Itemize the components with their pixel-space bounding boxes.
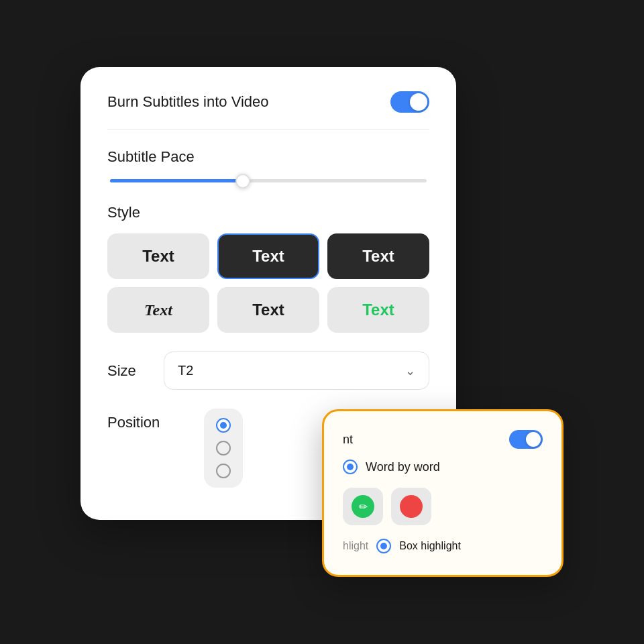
size-label: Size <box>107 362 148 380</box>
style-label: Style <box>107 204 429 221</box>
style-button-green[interactable]: Text <box>327 287 429 333</box>
overlay-label: nt <box>343 433 353 447</box>
size-value: T2 <box>178 363 193 378</box>
slider-track[interactable] <box>110 179 427 182</box>
style-dark-selected-text: Text <box>252 247 284 266</box>
size-dropdown[interactable]: T2 ⌄ <box>164 352 429 390</box>
color-button-green[interactable]: ✏ <box>343 488 383 525</box>
word-by-word-row: Word by word <box>343 460 543 474</box>
style-button-dark-selected[interactable]: Text <box>217 233 319 279</box>
word-by-word-radio[interactable] <box>343 460 358 474</box>
position-buttons <box>204 409 243 488</box>
position-middle[interactable] <box>216 441 231 455</box>
style-medium-text: Text <box>252 301 284 319</box>
toggle-knob <box>410 93 427 111</box>
style-dark-text: Text <box>362 247 394 266</box>
overlay-toggle-knob <box>526 432 541 447</box>
burn-subtitles-label: Burn Subtitles into Video <box>107 93 269 111</box>
style-button-plain[interactable]: Text <box>107 233 209 279</box>
red-circle <box>400 495 423 518</box>
style-serif-text: Text <box>144 301 172 319</box>
style-button-serif[interactable]: Text <box>107 287 209 333</box>
overlay-toggle[interactable] <box>509 430 543 449</box>
box-highlight-label: Box highlight <box>399 540 461 552</box>
color-button-red[interactable] <box>391 488 431 525</box>
box-highlight-radio[interactable] <box>376 539 391 553</box>
burn-subtitles-row: Burn Subtitles into Video <box>107 91 429 113</box>
style-plain-text: Text <box>142 247 174 266</box>
divider <box>107 129 429 129</box>
style-grid: Text Text Text Text Text Text <box>107 233 429 333</box>
green-circle: ✏ <box>352 495 374 518</box>
style-button-dark[interactable]: Text <box>327 233 429 279</box>
burn-subtitles-toggle[interactable] <box>390 91 429 113</box>
size-row: Size T2 ⌄ <box>107 352 429 390</box>
pace-slider-container <box>107 179 429 182</box>
slider-fill <box>110 179 243 182</box>
position-label: Position <box>107 409 188 431</box>
pencil-icon: ✏ <box>359 500 368 513</box>
color-buttons-row: ✏ <box>343 488 543 525</box>
style-green-text: Text <box>362 301 394 319</box>
slider-thumb[interactable] <box>235 174 250 189</box>
word-by-word-label: Word by word <box>366 460 440 474</box>
highlight-row: hlight Box highlight <box>343 539 543 553</box>
position-top[interactable] <box>216 418 231 433</box>
position-bottom[interactable] <box>216 464 231 478</box>
overlay-top-row: nt <box>343 430 543 449</box>
overlay-card: nt Word by word ✏ hlight Box highlight <box>322 409 564 577</box>
style-button-medium[interactable]: Text <box>217 287 319 333</box>
highlight-label: hlight <box>343 540 368 552</box>
pace-label: Subtitle Pace <box>107 148 429 166</box>
chevron-down-icon: ⌄ <box>405 364 415 378</box>
